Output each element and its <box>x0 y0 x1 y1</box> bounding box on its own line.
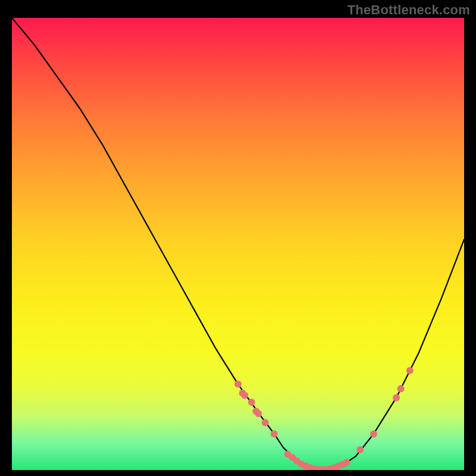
highlight-dot <box>370 430 377 437</box>
curve-plot <box>12 18 464 470</box>
highlight-dot <box>271 430 278 437</box>
chart-container: TheBottleneck.com <box>0 0 476 476</box>
highlight-dot <box>255 410 262 417</box>
bottleneck-curve <box>12 18 464 470</box>
highlight-dots <box>234 367 414 470</box>
watermark-text: TheBottleneck.com <box>347 2 470 18</box>
highlight-dot <box>356 446 364 453</box>
highlight-dot <box>241 392 248 399</box>
highlight-dot <box>393 394 400 401</box>
plot-area <box>12 18 464 470</box>
highlight-dot <box>406 367 414 374</box>
highlight-dot <box>397 385 405 392</box>
highlight-dot <box>262 419 269 426</box>
highlight-dot <box>248 399 255 406</box>
highlight-dot <box>343 459 350 466</box>
highlight-dot <box>234 381 242 388</box>
